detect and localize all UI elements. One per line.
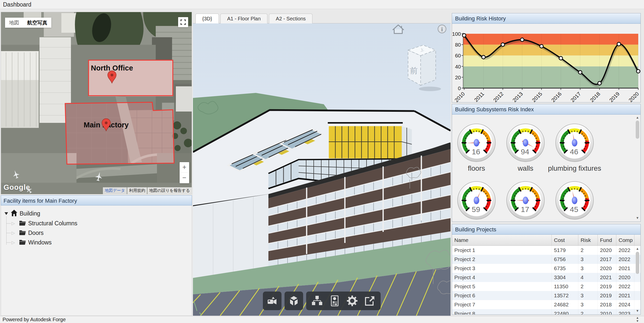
table-scrollbar[interactable]: ▲ ▼ xyxy=(635,247,640,313)
page-title: Dashboard xyxy=(3,1,31,8)
tab-a2-sections[interactable]: A2 - Sections xyxy=(269,14,312,23)
settings-button[interactable] xyxy=(343,292,361,310)
table-row[interactable]: Project 15179220202022 xyxy=(452,246,640,255)
svg-text:0: 0 xyxy=(458,85,461,91)
table-cell: 3 xyxy=(578,291,598,300)
svg-text:16: 16 xyxy=(472,148,480,156)
info-icon[interactable]: i xyxy=(438,25,446,33)
zoom-out-button[interactable]: − xyxy=(180,173,189,183)
home-icon xyxy=(11,209,18,218)
table-row[interactable]: Project 724682320182024 xyxy=(452,300,640,309)
map-data-link[interactable]: 地図データ xyxy=(103,187,127,194)
map-canvas[interactable]: North Office Main Factory xyxy=(1,12,192,194)
footer-text: Powered by Autodesk Forge xyxy=(3,317,66,322)
tree-item-label: Windows xyxy=(28,239,52,246)
column-header-comp[interactable]: Comp xyxy=(616,235,634,245)
table-cell: Project 2 xyxy=(452,255,552,264)
map-type-satellite-button[interactable]: 航空写真 xyxy=(23,18,51,28)
column-header-cost[interactable]: Cost xyxy=(552,235,578,245)
column-header-risk[interactable]: Risk xyxy=(578,235,598,245)
table-row[interactable]: Project 36735320202021 xyxy=(452,264,640,273)
table-cell: Project 8 xyxy=(452,309,552,314)
map-type-map-button[interactable]: 地図 xyxy=(5,18,23,28)
camera-views-button[interactable] xyxy=(263,292,281,310)
table-row[interactable]: Project 822480220102023 xyxy=(452,309,640,314)
table-cell: 2019 xyxy=(598,291,616,300)
table-cell: Project 4 xyxy=(452,273,552,282)
model-tree-icon xyxy=(311,295,323,306)
table-cell: 2024 xyxy=(616,300,634,309)
subsystems-title: Building Subsystems Risk Index xyxy=(455,106,534,113)
table-row[interactable]: Project 26756320172022 xyxy=(452,255,640,264)
gauge-floors: 16floors xyxy=(456,124,497,165)
table-cell: 2017 xyxy=(598,255,616,264)
scroll-up-icon[interactable]: ▲ xyxy=(635,247,640,251)
viewer-tool-group xyxy=(306,292,381,310)
scroll-up-icon[interactable]: ▲ xyxy=(635,116,640,120)
map-panel[interactable]: North Office Main Factory 地図 航空写真 + − Go… xyxy=(1,12,192,194)
projects-title: Building Projects xyxy=(455,226,496,233)
table-cell: 2023 xyxy=(616,309,634,314)
projects-panel: Building Projects NameCostRiskFundComp P… xyxy=(452,224,641,315)
properties-icon xyxy=(329,295,340,306)
tree-item-doors[interactable]: ▷Doors xyxy=(13,228,192,238)
column-header-fund[interactable]: Fund xyxy=(598,235,616,245)
map-attribution: 地図データ 利用規約 地図の誤りを報告する xyxy=(103,187,192,194)
zone-north-office[interactable]: North Office xyxy=(89,60,173,96)
table-cell: 3 xyxy=(578,255,598,264)
table-row[interactable]: Project 511350220192022 xyxy=(452,282,640,291)
zone-main-factory[interactable]: Main Factory xyxy=(65,102,174,164)
model-view[interactable]: 前 上 i xyxy=(193,23,451,316)
projects-table: NameCostRiskFundComp Project 15179220202… xyxy=(452,235,640,314)
svg-text:2010: 2010 xyxy=(454,91,466,102)
table-cell: 2018 xyxy=(598,300,616,309)
tree-expander-icon[interactable]: ▷ xyxy=(12,221,15,226)
table-cell: 3304 xyxy=(552,273,578,282)
tree-expander-icon[interactable] xyxy=(5,212,8,215)
fullscreen-button[interactable] xyxy=(361,292,379,310)
expand-icon xyxy=(364,295,375,306)
model-browser-button[interactable] xyxy=(308,292,326,310)
tree-item-building[interactable]: Building xyxy=(5,208,192,219)
svg-text:46: 46 xyxy=(570,148,578,156)
map-fullscreen-button[interactable] xyxy=(178,17,188,27)
scroll-spinner[interactable]: ▲▼ xyxy=(636,316,639,323)
terms-link[interactable]: 利用規約 xyxy=(127,187,147,194)
svg-text:100: 100 xyxy=(452,31,461,37)
viewer-scene[interactable]: 前 上 i xyxy=(193,23,451,316)
gauge-grid: ▲ ▼ 16floors94walls46plumbing fixtures59… xyxy=(452,115,640,222)
gauge-scrollbar[interactable]: ▲ ▼ xyxy=(635,116,640,221)
scroll-down-icon[interactable]: ▼ xyxy=(635,309,640,313)
tab-a1-floor-plan[interactable]: A1 - Floor Plan xyxy=(220,14,267,23)
table-cell: Project 6 xyxy=(452,291,552,300)
explode-model-button[interactable] xyxy=(285,292,303,310)
scroll-down-icon[interactable]: ▼ xyxy=(635,216,640,221)
fullscreen-icon xyxy=(178,17,188,27)
table-cell: Project 3 xyxy=(452,264,552,273)
table-cell: 2 xyxy=(578,246,598,255)
gauge-label: plumbing fixtures xyxy=(537,164,612,172)
risk-history-header: Building Risk History xyxy=(452,13,640,24)
svg-text:59: 59 xyxy=(472,205,480,213)
tree-item-label: Building xyxy=(20,210,40,217)
google-logo: Google xyxy=(4,183,30,192)
table-cell: Project 5 xyxy=(452,282,552,291)
viewer-tabs: {3D}A1 - Floor PlanA2 - Sections xyxy=(193,14,451,23)
svg-text:2017: 2017 xyxy=(570,91,582,102)
table-cell: 2 xyxy=(578,309,598,314)
svg-text:i: i xyxy=(441,26,443,32)
report-error-link[interactable]: 地図の誤りを報告する xyxy=(147,187,192,194)
viewer-toolbar xyxy=(263,292,381,310)
zoom-in-button[interactable]: + xyxy=(180,162,189,172)
column-header-name[interactable]: Name xyxy=(452,235,552,245)
table-cell: Project 7 xyxy=(452,300,552,309)
tree-item-windows[interactable]: ▷Windows xyxy=(13,238,192,247)
properties-button[interactable] xyxy=(326,292,343,310)
tab--3d-[interactable]: {3D} xyxy=(195,14,219,24)
tree-expander-icon[interactable]: ▷ xyxy=(12,240,15,245)
tree-item-structural-columns[interactable]: ▷Structural Columns xyxy=(13,219,192,228)
tree-expander-icon[interactable]: ▷ xyxy=(12,230,15,236)
table-row[interactable]: Project 43304420212020 xyxy=(452,273,640,282)
table-row[interactable]: Project 613572320192021 xyxy=(452,291,640,300)
viewcube-front-label[interactable]: 前 xyxy=(410,66,418,75)
